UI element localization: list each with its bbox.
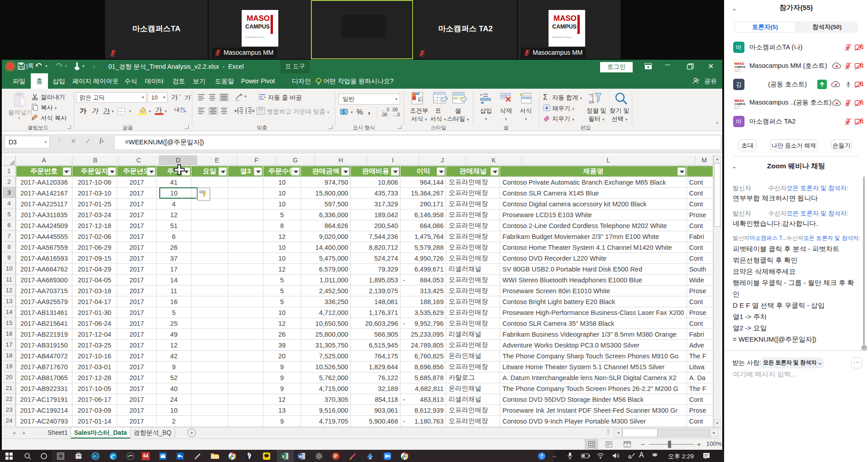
svg-text:?: ? <box>540 453 544 459</box>
svg-text:W: W <box>299 454 303 459</box>
svg-text:ㄱ: ㄱ <box>587 92 593 99</box>
svg-text:e: e <box>93 453 96 459</box>
svg-text:≠: ≠ <box>419 97 421 102</box>
svg-text:P: P <box>334 454 337 459</box>
svg-text:X: X <box>282 454 285 459</box>
svg-text:$: $ <box>342 109 345 114</box>
